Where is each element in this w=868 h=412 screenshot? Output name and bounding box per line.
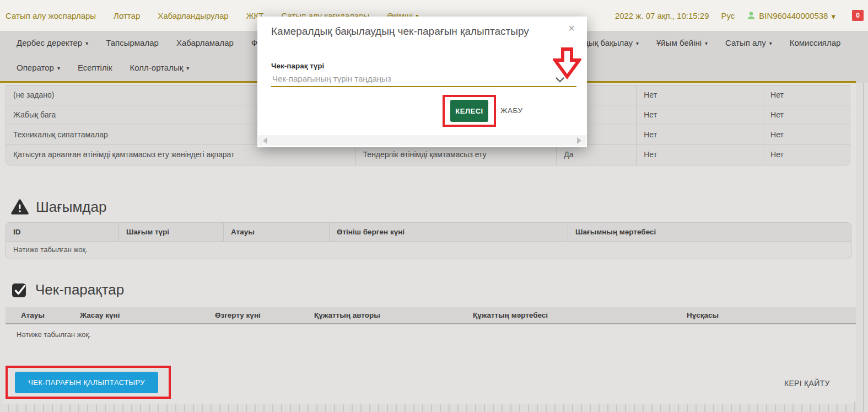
topnav-lots[interactable]: Лоттар xyxy=(114,11,140,20)
checklists-section-heading: Чек-парақтар xyxy=(11,281,124,298)
generate-checklist-modal: Камералдық бақылаудың чек-парағын қалыпт… xyxy=(257,17,587,147)
close-icon[interactable]: × xyxy=(568,22,575,35)
menu-procurement[interactable]: Сатып алу▾ xyxy=(725,38,772,47)
column-header: Құжаттың авторы xyxy=(314,307,380,324)
modal-title: Камералдық бақылаудың чек-парағын қалыпт… xyxy=(271,25,529,38)
complaints-empty-row: Нәтиже табылған жоқ. xyxy=(6,242,851,259)
person-icon xyxy=(747,11,756,20)
criteria-cell: Нет xyxy=(637,85,763,105)
language-switch[interactable]: Рус xyxy=(721,11,735,20)
complaints-table: ID Шағым түрі Атауы Өтініш берген күні Ш… xyxy=(6,222,851,259)
complaints-section-heading: Шағымдар xyxy=(11,199,106,216)
complaints-table-header: ID Шағым түрі Атауы Өтініш берген күні Ш… xyxy=(6,223,851,242)
column-header: Шағымның мәртебесі xyxy=(568,223,851,241)
criteria-cell: Нет xyxy=(763,145,850,165)
checklists-empty-row: Нәтиже табылған жоқ. xyxy=(17,330,91,339)
criteria-cell: Қатысуға арналған өтінімді қамтамасыз ет… xyxy=(6,145,356,165)
caret-down-icon: ▾ xyxy=(769,41,772,46)
menu-messages[interactable]: Хабарламалар xyxy=(176,38,234,47)
column-header: ID xyxy=(6,223,119,241)
menu-call-center[interactable]: Колл-орталық▾ xyxy=(130,63,190,72)
caret-down-icon: ▾ xyxy=(831,12,835,20)
column-header: Жасау күні xyxy=(80,307,120,324)
criteria-cell: Нет xyxy=(763,125,850,145)
menu-tasks[interactable]: Тапсырмалар xyxy=(106,38,159,47)
section-title: Чек-парақтар xyxy=(35,281,124,298)
header-right-cluster: 2022 ж. 07 ақп., 10:15:29 Рус BIN9604400… xyxy=(615,0,864,31)
generate-checklist-button[interactable]: ЧЕК-ПАРАҒЫН ҚАЛЫПТАСТЫРУ xyxy=(15,372,158,393)
scroll-left-icon[interactable] xyxy=(263,137,267,144)
vertical-scrollbar[interactable] xyxy=(856,83,868,412)
criteria-cell: Нет xyxy=(637,145,763,165)
caret-down-icon: ▾ xyxy=(705,41,708,46)
caret-down-icon: ▾ xyxy=(57,66,60,71)
menu-reporting[interactable]: Есептілік xyxy=(78,63,112,72)
warning-triangle-icon xyxy=(11,199,29,215)
checklist-type-label: Чек-парақ түрі xyxy=(271,62,324,70)
caret-down-icon: ▾ xyxy=(636,41,639,46)
criteria-cell: Да xyxy=(557,145,637,165)
criteria-cell: Нет xyxy=(637,125,763,145)
horizontal-scrollbar[interactable] xyxy=(0,404,856,412)
column-header: Өтініш берген күні xyxy=(330,223,568,241)
current-datetime: 2022 ж. 07 ақп., 10:15:29 xyxy=(615,11,709,20)
criteria-cell: Нет xyxy=(637,105,763,125)
menu-commissions[interactable]: Комиссиялар xyxy=(790,38,841,47)
table-row: Қатысуға арналған өтінімді қамтамасыз ет… xyxy=(6,145,850,165)
criteria-cell: Нет xyxy=(763,85,850,105)
criteria-cell: Тендерлік өтінімді қамтамасыз ету xyxy=(356,145,557,165)
caret-down-icon: ▾ xyxy=(85,41,88,46)
go-back-button[interactable]: КЕРІ ҚАЙТУ xyxy=(784,379,830,388)
checklist-type-select[interactable]: Чек-парағының түрін таңдаңыз xyxy=(271,72,576,87)
scroll-right-icon[interactable] xyxy=(577,137,581,144)
column-header: Шағым түрі xyxy=(119,223,224,241)
user-menu[interactable]: BIN960440000538 ▾ xyxy=(747,11,835,20)
user-bin-label: BIN960440000538 xyxy=(759,11,828,20)
notification-badge[interactable]: 0 xyxy=(852,10,864,21)
menu-personal-data[interactable]: Дербес деректер▾ xyxy=(17,38,88,47)
modal-close-button[interactable]: ЖАБУ xyxy=(500,106,523,115)
menu-operator[interactable]: Оператор▾ xyxy=(17,63,60,72)
checked-box-icon xyxy=(11,281,28,298)
topnav-announcements[interactable]: Хабарландырулар xyxy=(158,11,228,20)
checklists-table-header: Атауы Жасау күні Өзгерту күні Құжаттың а… xyxy=(6,307,856,324)
column-header: Атауы xyxy=(21,307,45,324)
criteria-cell: Нет xyxy=(763,105,850,125)
section-title: Шағымдар xyxy=(36,199,106,216)
modal-horizontal-scrollbar[interactable] xyxy=(258,135,586,146)
caret-down-icon: ▾ xyxy=(186,66,189,71)
select-placeholder: Чек-парағының түрін таңдаңыз xyxy=(272,74,391,83)
main-menu-row-2: Оператор▾ Есептілік Колл-орталық▾ xyxy=(17,63,189,72)
topnav-procurement-plans[interactable]: Сатып алу жоспарлары xyxy=(6,11,96,20)
column-header: Құжаттың мәртебесі xyxy=(473,307,548,324)
column-header: Өзгерту күні xyxy=(215,307,261,324)
column-header: Нұсқасы xyxy=(687,307,719,324)
chevron-down-icon xyxy=(556,77,564,83)
next-button[interactable]: КЕЛЕСІ xyxy=(450,100,488,122)
column-header: Атауы xyxy=(224,223,330,241)
menu-org-profile[interactable]: Ұйым бейіні▾ xyxy=(656,38,708,47)
